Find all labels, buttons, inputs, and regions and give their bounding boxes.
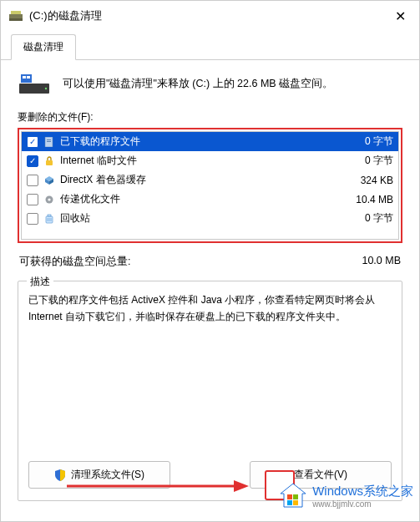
- description-legend: 描述: [27, 275, 53, 289]
- highlight-box: ✓已下载的程序文件0 字节✓Internet 临时文件0 字节DirectX 着…: [18, 128, 402, 243]
- info-row: 可以使用"磁盘清理"来释放 (C:) 上的 22.6 MB 磁盘空间。: [18, 72, 402, 97]
- total-row: 可获得的磁盘空间总量: 10.0 MB: [18, 250, 402, 281]
- drive-icon: [18, 72, 51, 97]
- lock-icon: [43, 155, 55, 167]
- file-list-row[interactable]: DirectX 着色器缓存324 KB: [22, 170, 398, 190]
- view-files-label: 查看文件(V): [294, 468, 347, 482]
- svg-rect-10: [47, 141, 51, 142]
- titlebar: (C:)的磁盘清理 ✕: [1, 1, 419, 31]
- file-name: 已下载的程序文件: [60, 134, 343, 149]
- file-size: 0 字节: [343, 154, 393, 168]
- svg-rect-23: [293, 494, 298, 499]
- svg-rect-4: [21, 74, 32, 83]
- file-list-row[interactable]: 回收站0 字节: [22, 209, 398, 228]
- file-list[interactable]: ✓已下载的程序文件0 字节✓Internet 临时文件0 字节DirectX 着…: [21, 131, 399, 240]
- file-name: Internet 临时文件: [60, 154, 343, 168]
- svg-rect-6: [27, 76, 30, 79]
- watermark: Windows系统之家 www.bjjmlv.com: [279, 482, 413, 510]
- svg-rect-2: [9, 18, 23, 21]
- svg-point-16: [48, 198, 50, 200]
- description-text: 已下载的程序文件包括 ActiveX 控件和 Java 小程序，你查看特定网页时…: [28, 291, 392, 326]
- svg-rect-9: [47, 139, 51, 140]
- file-name: 传递优化文件: [60, 192, 343, 206]
- file-size: 0 字节: [343, 134, 393, 149]
- file-list-row[interactable]: ✓已下载的程序文件0 字节: [22, 132, 398, 151]
- clean-system-files-label: 清理系统文件(S): [71, 468, 144, 482]
- description-group: 描述 已下载的程序文件包括 ActiveX 控件和 Java 小程序，你查看特定…: [18, 281, 402, 501]
- files-label: 要删除的文件(F):: [18, 110, 402, 124]
- svg-rect-11: [46, 160, 53, 165]
- page-icon: [43, 136, 55, 148]
- svg-rect-24: [287, 500, 292, 505]
- disk-cleanup-icon: [9, 11, 23, 21]
- content-area: 可以使用"磁盘清理"来释放 (C:) 上的 22.6 MB 磁盘空间。 要删除的…: [1, 60, 419, 521]
- file-checkbox[interactable]: [27, 194, 38, 205]
- close-button[interactable]: ✕: [390, 8, 411, 24]
- dialog-window: (C:)的磁盘清理 ✕ 磁盘清理 可以使用"磁盘清理"来释放 (C:) 上的 2…: [0, 0, 420, 522]
- file-size: 324 KB: [343, 175, 393, 186]
- file-checkbox[interactable]: ✓: [27, 155, 38, 167]
- file-checkbox[interactable]: ✓: [27, 136, 38, 148]
- file-list-row[interactable]: 传递优化文件10.4 MB: [22, 190, 398, 209]
- svg-rect-18: [48, 215, 51, 216]
- total-label: 可获得的磁盘空间总量:: [19, 255, 362, 269]
- svg-rect-3: [19, 84, 49, 94]
- svg-rect-25: [293, 500, 298, 505]
- tab-strip: 磁盘清理: [1, 31, 419, 60]
- svg-rect-5: [23, 76, 26, 79]
- file-checkbox[interactable]: [27, 213, 38, 225]
- file-size: 0 字节: [343, 211, 393, 226]
- file-name: 回收站: [60, 211, 343, 226]
- file-name: DirectX 着色器缓存: [60, 173, 343, 187]
- file-size: 10.4 MB: [343, 194, 393, 205]
- recycle-icon: [43, 213, 55, 225]
- watermark-brand: Windows系统之家: [312, 484, 413, 498]
- clean-system-files-button[interactable]: 清理系统文件(S): [28, 461, 170, 489]
- gear-icon: [43, 194, 55, 205]
- tab-disk-cleanup[interactable]: 磁盘清理: [11, 34, 76, 60]
- svg-rect-22: [287, 494, 292, 499]
- window-title: (C:)的磁盘清理: [29, 8, 390, 23]
- file-list-row[interactable]: ✓Internet 临时文件0 字节: [22, 151, 398, 170]
- svg-point-7: [45, 88, 47, 89]
- svg-rect-1: [11, 11, 21, 14]
- windows-house-icon: [279, 482, 307, 510]
- cube-icon: [43, 175, 55, 186]
- shield-icon: [54, 469, 66, 481]
- watermark-url: www.bjjmlv.com: [312, 499, 413, 509]
- file-checkbox[interactable]: [27, 175, 38, 186]
- total-value: 10.0 MB: [362, 255, 401, 269]
- info-text: 可以使用"磁盘清理"来释放 (C:) 上的 22.6 MB 磁盘空间。: [63, 72, 333, 92]
